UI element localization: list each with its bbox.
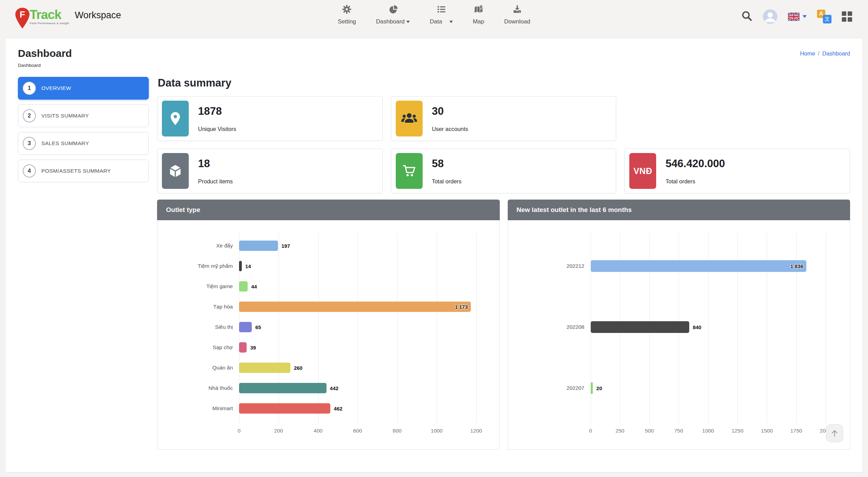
bar-value-label: 260 — [294, 365, 302, 371]
menu-item-setting[interactable]: Setting — [338, 4, 356, 25]
bar-value-label: 39 — [250, 344, 256, 350]
user-avatar[interactable] — [763, 9, 777, 24]
bar-value-label: 840 — [693, 324, 701, 330]
sidebar-item-visits-summary[interactable]: 2 VISITS SUMMARY — [18, 104, 149, 127]
sidebar-item-posm-assets-summary[interactable]: 4 POSM/ASSETS SUMMARY — [18, 160, 149, 182]
ftrack-logo[interactable]: F Track Field Performance & Insight Work… — [14, 0, 121, 33]
navbar-right-tools: A 文 — [741, 0, 852, 33]
users-icon — [396, 101, 423, 136]
sidebar-item-overview[interactable]: 1 OVERVIEW — [18, 77, 149, 100]
bar — [239, 261, 242, 271]
language-selector[interactable] — [788, 12, 807, 21]
stat-value: 1878 — [198, 105, 236, 118]
bar-value-label: 462 — [334, 405, 342, 411]
bar — [239, 281, 248, 292]
logo-pin-icon: F — [14, 7, 31, 29]
bar — [239, 342, 247, 353]
menu-item-download[interactable]: Download — [504, 4, 530, 25]
bar — [239, 403, 330, 414]
stat-value: 30 — [432, 105, 468, 118]
breadcrumb: Home/Dashboard — [800, 50, 850, 68]
axis-tick-label: 400 — [314, 428, 323, 434]
axis-tick-label: 1250 — [732, 428, 743, 434]
axis-tick-label: 0 — [589, 428, 592, 434]
brand-tagline: Field Performance & Insight — [30, 22, 69, 25]
step-number-badge: 3 — [23, 137, 36, 150]
chart-title: New latest outlet in the last 6 months — [508, 200, 850, 220]
bar-value-label: 14 — [245, 263, 251, 269]
menu-item-map[interactable]: Map — [473, 4, 484, 25]
category-label: Siêu thị — [157, 317, 239, 337]
search-icon[interactable] — [741, 10, 753, 23]
menu-item-data[interactable]: Data — [430, 4, 453, 25]
outlet-type-chart-panel: Outlet type Xe đẩyTiệm mỹ phẩmTiệm gameT… — [157, 200, 500, 450]
axis-tick-label: 1750 — [790, 428, 802, 434]
main-menu: Setting Dashboard Data — [338, 4, 530, 25]
stat-value: 546.420.000 — [665, 158, 725, 170]
category-label: Xe đẩy — [157, 235, 239, 256]
axis-tick-label: 600 — [353, 428, 362, 434]
chart-title: Outlet type — [157, 200, 500, 220]
person-silhouette-icon — [763, 9, 777, 24]
stat-label: Total orders — [665, 178, 725, 185]
category-label: Tiệm game — [157, 276, 239, 296]
chevron-down-icon — [406, 21, 410, 23]
stat-card-user-accounts: 30 User accounts — [391, 96, 617, 141]
chevron-down-icon[interactable] — [450, 21, 453, 23]
top-navbar: F Track Field Performance & Insight Work… — [0, 0, 868, 33]
bar: 1 836 — [591, 260, 807, 272]
axis-tick-label: 1000 — [702, 428, 714, 434]
cube-icon — [162, 153, 189, 189]
stat-card-product-items: 18 Product items — [157, 149, 383, 193]
bar-value-label: 20 — [596, 385, 602, 391]
axis-tick-label: 1500 — [761, 428, 773, 434]
outlet-type-chart: Xe đẩyTiệm mỹ phẩmTiệm gameTạp hóaSiêu t… — [157, 220, 500, 450]
axis-tick-label: 500 — [645, 428, 654, 434]
stat-card-total-orders: 58 Total orders — [391, 149, 617, 193]
category-label: 202208 — [508, 296, 591, 357]
breadcrumb-current-link[interactable]: Dashboard — [822, 50, 850, 57]
map-icon — [473, 4, 484, 16]
bar-value-label: 442 — [330, 385, 339, 391]
svg-text:F: F — [20, 10, 25, 19]
step-number-badge: 2 — [23, 109, 36, 122]
workspace-label: Workspace — [75, 10, 121, 21]
translate-icon[interactable]: A 文 — [817, 10, 831, 23]
scroll-top-button[interactable] — [826, 424, 843, 442]
axis-tick-label: 1000 — [431, 428, 443, 434]
category-label: Sạp chợ — [157, 337, 239, 357]
main-panel: Dashboard Dashboard Home/Dashboard 1 OVE… — [6, 39, 862, 472]
stat-cards: 1878 Unique Visitors — [157, 96, 850, 193]
stat-label: Unique Visitors — [198, 126, 236, 132]
sidebar-item-label: SALES SUMMARY — [41, 140, 89, 146]
list-icon — [436, 4, 446, 16]
bar: 1 173 — [239, 302, 471, 312]
category-label: Quán ăn — [157, 357, 239, 378]
page-title: Dashboard — [18, 48, 72, 59]
location-pin-icon — [162, 101, 189, 136]
category-label: 202212 — [508, 235, 591, 296]
stat-label: User accounts — [432, 126, 468, 132]
bar — [239, 383, 327, 393]
menu-item-dashboard[interactable]: Dashboard — [376, 4, 410, 25]
sidebar-item-label: OVERVIEW — [41, 85, 71, 91]
gridline — [826, 233, 826, 423]
axis-tick-label: 200 — [274, 428, 283, 434]
apps-grid-icon[interactable] — [842, 11, 852, 22]
new-outlet-chart: 2022122022082022071 83684020025050075010… — [508, 220, 850, 450]
summary-sidebar: 1 OVERVIEW 2 VISITS SUMMARY 3 SALES SUMM… — [18, 77, 149, 450]
bar-value-label: 1 836 — [790, 263, 803, 269]
bar — [239, 322, 252, 332]
sidebar-item-label: POSM/ASSETS SUMMARY — [41, 168, 111, 174]
category-label: Tạp hóa — [157, 296, 239, 317]
breadcrumb-home-link[interactable]: Home — [800, 50, 815, 57]
stat-label: Product items — [198, 178, 233, 185]
category-label: 202207 — [508, 357, 591, 418]
category-label: Minimart — [157, 398, 239, 418]
bar — [591, 321, 690, 333]
step-number-badge: 1 — [23, 82, 36, 95]
stat-label: Total orders — [432, 178, 462, 185]
axis-tick-label: 1200 — [470, 428, 482, 434]
stat-value: 18 — [198, 158, 233, 170]
sidebar-item-sales-summary[interactable]: 3 SALES SUMMARY — [18, 132, 149, 155]
